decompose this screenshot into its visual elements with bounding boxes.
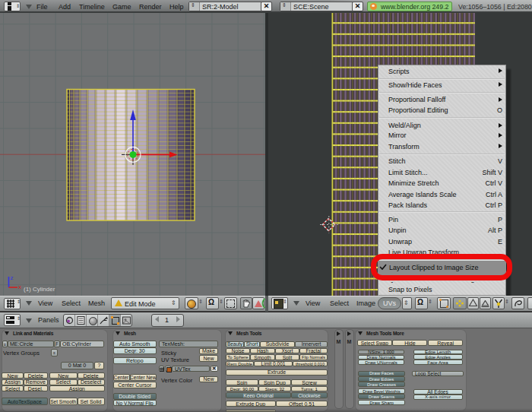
svg-text:(1) Cylinder: (1) Cylinder bbox=[24, 286, 55, 293]
svg-text:z: z bbox=[11, 274, 14, 281]
svg-text:x: x bbox=[18, 284, 21, 290]
